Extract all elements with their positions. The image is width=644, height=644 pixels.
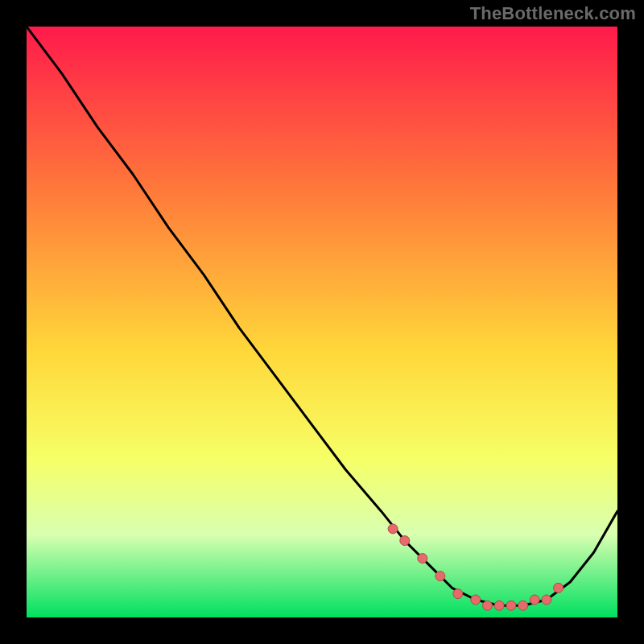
attribution-label: TheBottleneck.com [470, 3, 636, 24]
curve-marker [494, 601, 504, 610]
curve-marker [436, 572, 445, 581]
curve-marker [418, 554, 427, 564]
curve-marker [388, 524, 398, 534]
gradient-background [27, 27, 617, 617]
curve-marker [483, 601, 493, 610]
curve-marker [542, 595, 551, 605]
plot-area [27, 27, 617, 617]
curve-marker [554, 583, 564, 592]
chart-frame: TheBottleneck.com [0, 0, 644, 644]
curve-marker [471, 595, 481, 605]
curve-marker [453, 589, 463, 599]
bottleneck-curve-chart [27, 27, 617, 617]
curve-marker [506, 601, 516, 610]
curve-marker [518, 601, 528, 610]
curve-marker [400, 536, 410, 546]
curve-marker [530, 595, 539, 605]
